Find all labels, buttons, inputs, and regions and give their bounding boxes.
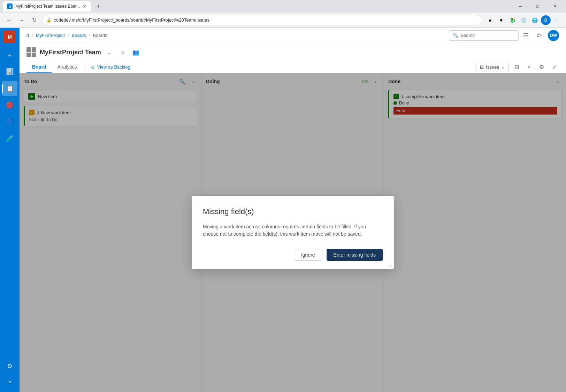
board-title: MyFirstProject Team: [40, 49, 101, 56]
browser-titlebar: d MyFirstProject Team Issues Boar... ✕ +…: [0, 0, 566, 13]
issues-expand-icon: ⌄: [501, 64, 505, 70]
board-header: MyFirstProject Team ⌄ ☆ 👥 Board Analytic…: [20, 43, 566, 73]
refresh-button[interactable]: ↻: [29, 15, 39, 25]
board-tabs: Board Analytics ⊙ View as Backlog ⊞ Issu…: [26, 61, 559, 73]
manage-team-button[interactable]: 👥: [131, 47, 141, 57]
ext4-icon[interactable]: 🌐: [530, 15, 540, 25]
test-icon: 🧪: [6, 135, 14, 142]
settings-icon: ⚙: [7, 362, 13, 370]
tab-close-button[interactable]: ✕: [83, 3, 87, 9]
board-icon: [26, 47, 36, 57]
tab-favicon-letter: d: [9, 5, 11, 8]
board-grid-icon: ⊞: [480, 64, 484, 70]
sidebar-item-reports[interactable]: 📊: [2, 64, 17, 79]
lock-icon: 🔒: [46, 18, 52, 23]
reports-icon: 📊: [6, 68, 14, 76]
filter-button[interactable]: ▿: [524, 62, 534, 72]
board-title-row: MyFirstProject Team ⌄ ☆ 👥: [26, 47, 559, 57]
view-backlog-label: View as Backlog: [97, 64, 130, 70]
close-button[interactable]: ✕: [547, 1, 563, 12]
sidebar-item-add[interactable]: ＋: [2, 47, 17, 63]
boards-icon: 📋: [6, 85, 14, 92]
sidebar-item-pipeline[interactable]: 🔴: [2, 97, 17, 113]
sidebar-logo[interactable]: M: [3, 31, 16, 43]
extensions-area: ★ ♥ 🐉 💿 🌐 D ⋮: [485, 15, 562, 25]
tab-favicon: d: [7, 3, 13, 9]
modal-overlay: Missing field(s) Moving a work item acro…: [20, 73, 566, 392]
user-avatar[interactable]: DW: [548, 30, 559, 41]
ext3-icon[interactable]: 💿: [519, 15, 528, 25]
profile-button[interactable]: D: [541, 15, 551, 25]
app-container: M ＋ 📊 📋 🔴 🔵 🧪 ⚙ »: [0, 28, 566, 392]
board-icon-cell2: [32, 47, 36, 52]
search-icon: 🔍: [453, 33, 458, 38]
bookmark-icon[interactable]: ★: [485, 15, 495, 25]
url-field[interactable]: 🔒 codedev.ms/d/MyFirstProject/_boards/bo…: [42, 15, 482, 25]
enter-missing-fields-button[interactable]: Enter missing fields: [327, 249, 383, 261]
url-text: codedev.ms/d/MyFirstProject/_boards/boar…: [54, 17, 209, 23]
breadcrumb-sep3: /: [89, 33, 90, 38]
star-button[interactable]: ☆: [118, 47, 128, 57]
team-expand-button[interactable]: ⌄: [105, 47, 114, 57]
view-backlog-icon: ⊙: [91, 64, 95, 70]
maximize-button[interactable]: □: [530, 1, 546, 12]
search-box[interactable]: 🔍 Search: [449, 30, 519, 41]
board-content: To Do 🔍 ‹ + New item i 3 New work item: [20, 73, 566, 392]
minimize-button[interactable]: ─: [512, 1, 528, 12]
modal-title: Missing field(s): [203, 207, 383, 216]
sidebar-bottom: ⚙ »: [2, 359, 17, 389]
expand-icon: »: [8, 378, 12, 385]
sidebar-item-repos[interactable]: 🔵: [2, 114, 17, 130]
board-icon-cell3: [26, 53, 31, 57]
breadcrumb-sep2: /: [68, 33, 69, 38]
breadcrumb-d[interactable]: d: [26, 33, 29, 38]
breadcrumb-boards2: Boards: [93, 33, 107, 38]
board-icon-cell1: [26, 47, 31, 52]
modal-body: Moving a work item across columns requir…: [203, 223, 383, 238]
address-bar: ← → ↻ 🔒 codedev.ms/d/MyFirstProject/_boa…: [0, 13, 566, 28]
breadcrumb-sep1: /: [32, 33, 33, 38]
search-area: 🔍 Search: [449, 30, 519, 41]
breadcrumb-project[interactable]: MyFirstProject: [36, 33, 65, 38]
tab-title: MyFirstProject Team Issues Boar...: [15, 4, 80, 9]
top-nav: d / MyFirstProject / Boards / Boards 🔍 S…: [20, 28, 566, 43]
tab-board[interactable]: Board: [26, 61, 52, 73]
tab-board-label: Board: [32, 64, 46, 70]
sidebar-item-settings[interactable]: ⚙: [2, 359, 17, 374]
view-backlog-button[interactable]: ⊙ View as Backlog: [88, 62, 133, 72]
sidebar: M ＋ 📊 📋 🔴 🔵 🧪 ⚙ »: [0, 28, 20, 392]
search-placeholder: Search: [460, 33, 475, 38]
expand-board-button[interactable]: ⤢: [549, 62, 559, 72]
sidebar-item-boards[interactable]: 📋: [2, 81, 17, 96]
list-icon[interactable]: ☰: [520, 30, 531, 41]
settings-button[interactable]: ⚙: [537, 62, 546, 72]
ext1-icon[interactable]: ♥: [496, 15, 506, 25]
sidebar-item-expand[interactable]: »: [2, 374, 17, 389]
issues-selector[interactable]: ⊞ Issues ⌄: [476, 63, 509, 71]
tab-analytics[interactable]: Analytics: [52, 61, 82, 73]
top-nav-actions: ☰ 🛍 DW: [520, 30, 559, 41]
pipeline-icon: 🔴: [6, 101, 14, 109]
ignore-button[interactable]: Ignore: [294, 249, 322, 261]
resize-handle[interactable]: ⊘: [388, 264, 392, 268]
ext2-icon[interactable]: 🐉: [507, 15, 517, 25]
breadcrumb-boards1[interactable]: Boards: [72, 33, 86, 38]
add-icon: ＋: [7, 51, 13, 59]
issues-label: Issues: [486, 64, 499, 70]
new-tab-button[interactable]: +: [94, 1, 104, 11]
browser-tab[interactable]: d MyFirstProject Team Issues Boar... ✕: [3, 1, 91, 11]
forward-button[interactable]: →: [17, 15, 26, 25]
modal-dialog: Missing field(s) Moving a work item acro…: [192, 196, 394, 269]
sliders-button[interactable]: ⊟: [512, 62, 521, 72]
modal-footer: Ignore Enter missing fields: [203, 249, 383, 261]
shopping-icon[interactable]: 🛍: [534, 30, 545, 41]
browser-menu-button[interactable]: ⋮: [552, 15, 562, 25]
tab-divider: [85, 64, 85, 71]
board-icon-cell4: [32, 53, 36, 57]
back-button[interactable]: ←: [4, 15, 14, 25]
main-content: d / MyFirstProject / Boards / Boards 🔍 S…: [20, 28, 566, 392]
tab-analytics-label: Analytics: [57, 64, 77, 70]
sidebar-item-test[interactable]: 🧪: [2, 131, 17, 146]
repos-icon: 🔵: [6, 118, 14, 126]
window-controls: ─ □ ✕: [512, 1, 563, 12]
